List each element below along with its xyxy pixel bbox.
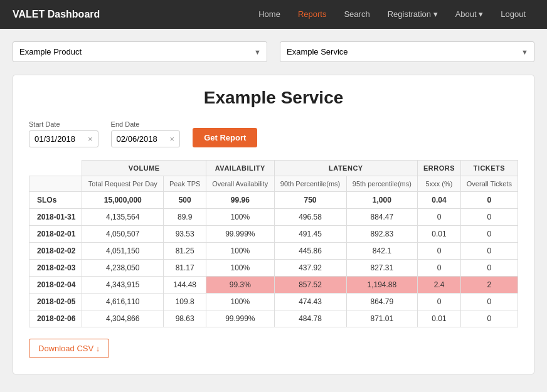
product-select[interactable]: Example Product <box>13 41 267 62</box>
start-date-input-wrap: × <box>29 130 98 147</box>
nav-logout[interactable]: Logout <box>492 0 534 29</box>
product-selector-wrap: Example Product ▼ <box>13 41 267 62</box>
sub-header-peak-tps: Peak TPS <box>164 176 206 192</box>
report-title: Example Service <box>29 88 518 108</box>
table-row: 2018-02-054,616,110109.8100%474.43864.79… <box>29 294 518 310</box>
start-date-clear-icon[interactable]: × <box>88 134 93 144</box>
end-date-input-wrap: × <box>111 130 181 147</box>
col-header-empty <box>29 161 82 176</box>
report-table: VOLUME AVAILABILITY LATENCY ERRORS TICKE… <box>29 160 518 327</box>
table-row: 2018-02-034,238,05081.17100%437.92827.31… <box>29 260 518 277</box>
download-csv-button[interactable]: Download CSV ↓ <box>29 339 109 358</box>
end-date-label: End Date <box>111 120 181 128</box>
table-group-header-row: VOLUME AVAILABILITY LATENCY ERRORS TICKE… <box>29 161 518 176</box>
sub-header-errors: 5xxx (%) <box>418 176 461 192</box>
nav-brand: VALET Dashboard <box>13 9 100 20</box>
report-card: Example Service Start Date × End Date × … <box>13 75 534 374</box>
table-row: 2018-02-044,343,915144.4899.3%857.521,19… <box>29 277 518 294</box>
nav-home[interactable]: Home <box>250 0 289 29</box>
nav-about[interactable]: About ▾ <box>447 0 492 29</box>
table-row: 2018-01-314,135,56489.9100%496.58884.470… <box>29 209 518 226</box>
selectors-row: Example Product ▼ Example Service ▼ <box>13 41 534 62</box>
sub-header-total-req: Total Request Per Day <box>82 176 164 192</box>
end-date-input[interactable] <box>117 134 167 144</box>
service-selector-wrap: Example Service ▼ <box>280 41 534 62</box>
sub-header-date <box>29 176 82 192</box>
start-date-field: Start Date × <box>29 120 98 147</box>
get-report-button[interactable]: Get Report <box>193 128 257 147</box>
download-area: Download CSV ↓ <box>29 339 518 358</box>
sub-header-availability: Overall Availability <box>206 176 274 192</box>
sub-header-tickets: Overall Tickets <box>460 176 518 192</box>
end-date-clear-icon[interactable]: × <box>170 134 175 144</box>
table-row: 2018-02-014,050,50793.5399.999%491.45892… <box>29 226 518 243</box>
nav-registration[interactable]: Registration ▾ <box>379 0 447 29</box>
service-select[interactable]: Example Service <box>280 41 534 62</box>
nav-reports[interactable]: Reports <box>289 0 336 29</box>
col-header-errors: ERRORS <box>418 161 461 176</box>
table-row: SLOs15,000,00050099.967501,0000.040 <box>29 192 518 209</box>
col-header-tickets: TICKETS <box>460 161 518 176</box>
nav-links: Home Reports Search Registration ▾ About… <box>250 0 534 29</box>
date-controls: Start Date × End Date × Get Report <box>29 120 518 147</box>
col-header-availability: AVAILABILITY <box>206 161 274 176</box>
table-sub-header-row: Total Request Per Day Peak TPS Overall A… <box>29 176 518 192</box>
nav-search[interactable]: Search <box>335 0 378 29</box>
start-date-input[interactable] <box>35 134 85 144</box>
table-row: 2018-02-064,304,86698.6399.999%484.78871… <box>29 310 518 327</box>
end-date-field: End Date × <box>111 120 181 147</box>
col-header-volume: VOLUME <box>82 161 206 176</box>
sub-header-p95: 95th percentile(ms) <box>346 176 418 192</box>
start-date-label: Start Date <box>29 120 98 128</box>
table-row: 2018-02-024,051,15081.25100%445.86842.10… <box>29 243 518 260</box>
sub-header-p90: 90th Percentile(ms) <box>274 176 346 192</box>
col-header-latency: LATENCY <box>274 161 418 176</box>
